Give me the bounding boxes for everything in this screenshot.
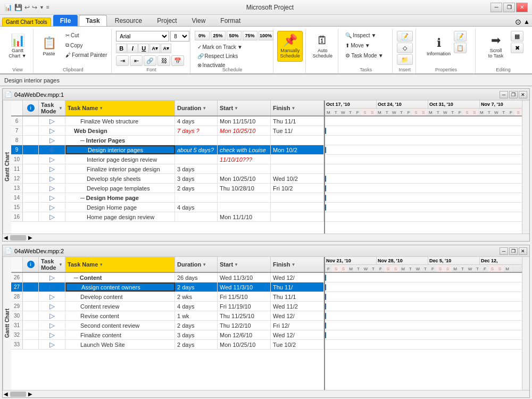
copy-button[interactable]: ⧉ Copy — [63, 40, 110, 50]
auto-schedule-button[interactable]: 🗓 AutoSchedule — [310, 31, 335, 62]
window2-close[interactable]: ✕ — [519, 247, 527, 255]
color-button[interactable]: A▾ — [161, 44, 171, 53]
tab-task[interactable]: Task — [79, 15, 106, 26]
manually-schedule-button[interactable]: 📌 ManuallySchedule — [277, 31, 303, 62]
unlink-button[interactable]: ⛓ — [157, 55, 170, 66]
table-row[interactable]: 6▷Finalize Web structure4 daysMon 11/15/… — [11, 117, 324, 126]
table-row[interactable]: 26▷─ Content26 daysWed 11/3/10Wed 12/ — [11, 273, 324, 282]
table-row[interactable]: 11▷Finalize interior page design3 days — [11, 164, 324, 174]
table-row[interactable]: 12▷Develop style sheets3 daysMon 10/25/1… — [11, 174, 324, 184]
th-finish-2[interactable]: Finish ▼ — [271, 257, 324, 272]
highlight-button[interactable]: A▾ — [149, 44, 160, 53]
insert-summary-button[interactable]: 📁 — [397, 54, 413, 65]
table-row[interactable]: 14▷─ Design Home page — [11, 193, 324, 203]
tab-file[interactable]: File — [53, 15, 78, 26]
undo-icon[interactable]: ↩ — [24, 4, 30, 11]
table-row[interactable]: 27▷Assign content owners2 daysWed 11/3/1… — [11, 282, 324, 292]
table-row[interactable]: 13▷Develop page templates2 daysThu 10/28… — [11, 184, 324, 193]
tab-resource[interactable]: Resource — [108, 15, 149, 26]
h-scroll-left-1[interactable]: ◀ — [3, 235, 9, 240]
font-size-select[interactable]: 8 — [170, 31, 189, 41]
window1-restore[interactable]: ❐ — [509, 91, 518, 98]
save-icon[interactable]: 💾 — [14, 4, 22, 11]
gantt-chart-button[interactable]: 📊 GanttChart ▼ — [5, 31, 30, 62]
v-scrollbar-2[interactable] — [522, 257, 529, 390]
table-row[interactable]: 32▷Finalize content3 daysMon 12/6/10Wed … — [11, 330, 324, 340]
th-duration[interactable]: Duration ▼ — [175, 101, 218, 115]
italic-button[interactable]: I — [127, 44, 138, 53]
window1-close[interactable]: ✕ — [519, 91, 527, 98]
h-scroll-right-1[interactable]: ▶ — [27, 235, 34, 240]
format-painter-button[interactable]: 🖌 Format Painter — [63, 51, 110, 60]
h-scroll-right-2[interactable]: ▶ — [27, 391, 34, 397]
window1-controls[interactable]: ─ ❐ ✕ — [500, 91, 527, 98]
tab-project[interactable]: Project — [150, 15, 184, 26]
table-row[interactable]: 33▷Launch Web Site2 daysMon 10/25/10Tue … — [11, 340, 324, 350]
task-mode-button[interactable]: ⚙ Task Mode ▼ — [343, 51, 386, 60]
window-controls[interactable]: ─ ❐ ✕ — [491, 3, 528, 12]
th-start[interactable]: Start ▼ — [218, 101, 271, 115]
ribbon-minimize-icon[interactable]: ▲ — [523, 18, 530, 26]
outdent-button[interactable]: ⇤ — [130, 55, 143, 66]
h-scroll-thumb-1[interactable] — [10, 235, 26, 240]
link-button[interactable]: 🔗 — [144, 55, 156, 66]
th-finish[interactable]: Finish ▼ — [271, 101, 324, 115]
close-button[interactable]: ✕ — [516, 3, 528, 12]
table-row[interactable]: 30▷Revise content1 wkThu 11/25/10Wed 12/ — [11, 311, 324, 321]
ribbon-help-icon[interactable]: ⊙ — [515, 18, 521, 26]
h-scroll-left-2[interactable]: ◀ — [3, 391, 9, 397]
h-scroll-thumb-2[interactable] — [10, 392, 26, 397]
inspect-button[interactable]: 🔍 Inspect ▼ — [343, 31, 379, 40]
pct-100-button[interactable]: 100% — [259, 31, 273, 40]
details-button[interactable]: 📋 — [454, 43, 467, 53]
respect-links-button[interactable]: 🔗 Respect Links — [195, 52, 245, 61]
table-row[interactable]: 10▷Interior page design review11/10/10??… — [11, 155, 324, 164]
pct-50-button[interactable]: 50% — [227, 31, 242, 40]
window2-minimize[interactable]: ─ — [500, 247, 508, 255]
cut-button[interactable]: ✂ Cut — [63, 31, 110, 40]
minimize-button[interactable]: ─ — [491, 3, 502, 12]
underline-button[interactable]: U — [138, 44, 149, 53]
information-button[interactable]: ℹ Information — [426, 31, 452, 62]
restore-button[interactable]: ❐ — [503, 3, 515, 12]
th-taskname[interactable]: Task Name ▼ — [65, 101, 175, 115]
table-row[interactable]: 8▷─ Interior Pages — [11, 136, 324, 145]
indent-button[interactable]: ⇥ — [116, 55, 129, 66]
tab-format[interactable]: Format — [213, 15, 247, 26]
paste-button[interactable]: 📋 Paste — [36, 31, 62, 62]
mark-on-track-button[interactable]: ✓ Mark on Track ▼ — [195, 43, 245, 52]
window2-restore[interactable]: ❐ — [509, 247, 518, 255]
window2-controls[interactable]: ─ ❐ ✕ — [500, 247, 527, 255]
table-row[interactable]: 7▷Web Design7 days ?Mon 10/25/10Tue 11/ — [11, 126, 324, 136]
insert-milestone-button[interactable]: ◇ — [397, 43, 413, 53]
gantt-chart-tools-tab[interactable]: Gantt Chart Tools — [2, 18, 51, 26]
th-duration-2[interactable]: Duration ▼ — [175, 257, 218, 272]
table-row[interactable]: 31▷Second content review2 daysThu 12/2/1… — [11, 321, 324, 330]
bold-button[interactable]: B — [116, 44, 127, 53]
table-row[interactable]: 9⊕Design interior pagesabout 5 days?chec… — [11, 145, 324, 155]
th-mode[interactable]: Task Mode ▼ — [39, 101, 65, 115]
redo-icon[interactable]: ↪ — [32, 4, 37, 11]
window1-minimize[interactable]: ─ — [500, 91, 508, 98]
fill-button[interactable]: ▦ — [511, 31, 523, 41]
move-button[interactable]: ⬆ Move ▼ — [343, 41, 372, 50]
calendar-button[interactable]: 📅 — [171, 55, 184, 66]
table-row[interactable]: 16▷Home page design reviewMon 11/1/10 — [11, 212, 324, 222]
insert-task-button[interactable]: 📝 — [397, 31, 413, 41]
font-name-select[interactable]: Arial — [116, 31, 169, 41]
h-scroll-2[interactable]: ◀ ▶ — [3, 390, 529, 397]
notes-button[interactable]: 📝 — [454, 31, 467, 41]
th-mode-2[interactable]: Task Mode ▼ — [39, 257, 65, 272]
table-row[interactable]: 15▷Design Home page4 days — [11, 203, 324, 212]
pct-75-button[interactable]: 75% — [243, 31, 257, 40]
table-row[interactable]: 28▷Develop content2 wksFri 11/5/10Thu 11… — [11, 292, 324, 302]
table-row[interactable]: 29▷Content review4 daysFri 11/19/10Wed 1… — [11, 302, 324, 311]
tab-view[interactable]: View — [185, 15, 213, 26]
scroll-to-task-button[interactable]: ➡ Scrollto Task — [483, 31, 509, 62]
h-scroll-1[interactable]: ◀ ▶ — [3, 234, 529, 241]
undo-dropdown-icon[interactable]: ▼ — [39, 5, 44, 10]
clear-button[interactable]: ✖ — [511, 43, 523, 53]
th-taskname-2[interactable]: Task Name ▼ — [65, 257, 175, 272]
pct-25-button[interactable]: 25% — [211, 31, 226, 40]
v-scrollbar-1[interactable] — [522, 101, 529, 234]
